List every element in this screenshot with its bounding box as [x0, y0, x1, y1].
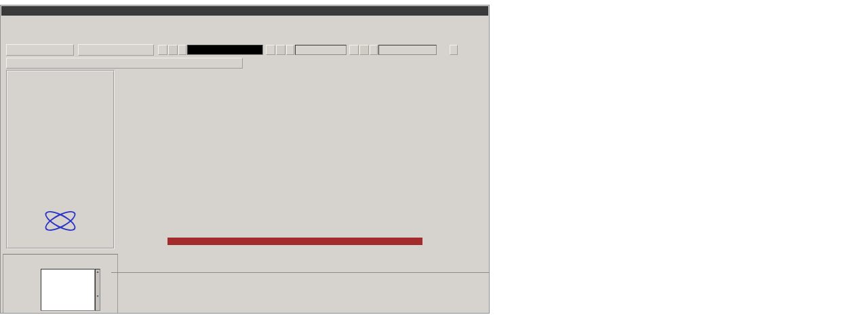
- monitor-panel: [111, 272, 489, 314]
- saturation-figure: [490, 0, 868, 317]
- secondary-dropdown-button[interactable]: [286, 45, 294, 55]
- viewport-title-bar[interactable]: [167, 238, 422, 245]
- bruker-xenon-window: ▲▼: [0, 5, 490, 314]
- result-dataset-icon: [349, 45, 359, 55]
- title-bar: [1, 6, 488, 16]
- menu-bar: [1, 16, 488, 25]
- result-dropdown-button[interactable]: [370, 45, 378, 55]
- main-toolbar: [3, 26, 488, 43]
- secondary-fullscale-button[interactable]: [276, 45, 285, 55]
- qualifier-dropdown-button[interactable]: [450, 45, 458, 55]
- spectra-viewer[interactable]: [113, 60, 490, 253]
- result-dataset-combo[interactable]: [378, 45, 437, 55]
- store-in-memory-button[interactable]: [78, 44, 154, 56]
- qualifier-combo[interactable]: [458, 45, 490, 55]
- list-scrollbar[interactable]: ▲▼: [95, 269, 100, 311]
- primary-dropdown-button[interactable]: [178, 45, 186, 55]
- processing-panel: [6, 70, 115, 249]
- secondary-dataset-icon: [266, 45, 275, 55]
- spectra-plot[interactable]: [113, 60, 490, 253]
- control-panel: ▲▼: [3, 254, 118, 314]
- primary-fullscale-button[interactable]: [168, 45, 178, 55]
- secondary-dataset-combo[interactable]: [295, 45, 347, 55]
- saturation-chart-svg: [490, 0, 868, 317]
- result-fullscale-button[interactable]: [359, 45, 369, 55]
- dataset-bar: [1, 44, 490, 57]
- primary-dataset-combo[interactable]: [187, 45, 263, 55]
- save-to-disk-button[interactable]: [6, 44, 74, 56]
- bruker-logo: [7, 210, 113, 231]
- screenshot-root: ▲▼: [0, 0, 868, 317]
- acquisition-type-list[interactable]: [41, 269, 95, 311]
- primary-dataset-icon: [158, 45, 167, 55]
